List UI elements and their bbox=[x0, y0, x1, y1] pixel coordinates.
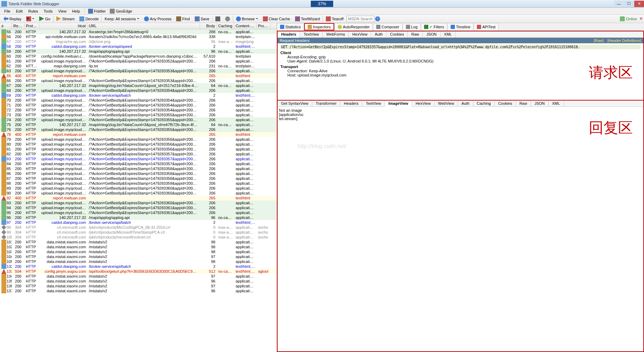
col-protocol[interactable]: Protocol bbox=[24, 23, 40, 29]
rsp-tab-headers[interactable]: Headers bbox=[341, 101, 363, 107]
session-row[interactable]: 133504HTTPconfig.pinyin.sogou.com/api/to… bbox=[0, 269, 277, 274]
any-process-button[interactable]: Any Process bbox=[142, 16, 174, 22]
window-max-button[interactable]: ☐ bbox=[624, 1, 634, 7]
rsp-tab-json[interactable]: JSON bbox=[531, 101, 549, 107]
tab-apitest[interactable]: APITest bbox=[474, 23, 499, 30]
timer-button[interactable] bbox=[223, 16, 232, 22]
session-row[interactable]: 78400HTTPreport.meituan.com265text/html bbox=[0, 132, 277, 137]
session-row[interactable]: 69200HTTPcatdot.dianping.com/broker-serv… bbox=[0, 93, 277, 98]
session-row[interactable]: 82200HTTPupload.image.myqcloud.com/?Acti… bbox=[0, 152, 277, 156]
session-row[interactable]: 70200HTTPupload.image.myqcloud.com/?Acti… bbox=[0, 98, 277, 103]
session-row[interactable]: 72200HTTPupload.image.myqcloud.com/?Acti… bbox=[0, 108, 277, 112]
session-row[interactable]: 89200HTTPupload.image.myqcloud.com/?Acti… bbox=[0, 186, 277, 191]
stream-button[interactable]: Stream bbox=[54, 16, 77, 22]
session-row[interactable]: 101200HTTPdata.mistat.xiaomi.com/mistats… bbox=[0, 240, 277, 244]
clear-cache-button[interactable]: Clear Cache bbox=[261, 16, 292, 22]
menu-geoedge[interactable]: GeoEdge bbox=[108, 8, 134, 14]
session-row[interactable]: 68200HTTPupload.image.myqcloud.com/?Acti… bbox=[0, 88, 277, 93]
raw-link[interactable]: [Raw] bbox=[594, 38, 603, 43]
textwizard-button[interactable]: TextWizard bbox=[293, 16, 322, 22]
tab-autoresponder[interactable]: AutoResponder bbox=[335, 23, 373, 30]
session-row[interactable]: 85200HTTPupload.image.myqcloud.com/?Acti… bbox=[0, 166, 277, 171]
tearoff-button[interactable]: Tearoff bbox=[324, 16, 345, 22]
req-tab-json[interactable]: JSON bbox=[423, 31, 440, 37]
session-row[interactable]: 81200HTTPupload.image.myqcloud.com/?Acti… bbox=[0, 147, 277, 152]
tab-filters[interactable]: ✓Filters bbox=[421, 23, 447, 30]
session-row[interactable]: 137200HTTPdata.mistat.xiaomi.com/mistats… bbox=[0, 288, 277, 293]
menu-rules[interactable]: Rules bbox=[26, 8, 41, 14]
req-tab-headers[interactable]: Headers bbox=[278, 31, 300, 38]
session-row[interactable]: 83200HTTPupload.image.myqcloud.com/?Acti… bbox=[0, 156, 277, 161]
session-row[interactable]: 134200HTTPdata.mistat.xiaomi.com/mistats… bbox=[0, 274, 277, 279]
session-row[interactable]: 88200HTTPupload.image.myqcloud.com/?Acti… bbox=[0, 181, 277, 186]
session-row[interactable]: 66200HTTPupload.image.myqcloud.com/?Acti… bbox=[0, 78, 277, 83]
session-row[interactable]: 103200HTTPdata.mistat.xiaomi.com/mistats… bbox=[0, 249, 277, 254]
session-row[interactable]: 86200HTTPupload.image.myqcloud.com/?Acti… bbox=[0, 171, 277, 176]
col-url[interactable]: URL bbox=[87, 23, 200, 29]
menu-tools[interactable]: Tools bbox=[41, 8, 56, 14]
client-header[interactable]: User-Agent: Dalvik/2.1.0 (Linux; U; Andr… bbox=[287, 59, 641, 63]
session-row[interactable]: 80200HTTPupload.image.myqcloud.com/?Acti… bbox=[0, 142, 277, 147]
tab-log[interactable]: Log bbox=[403, 23, 421, 30]
online-indicator[interactable]: Online bbox=[620, 16, 637, 21]
col-host[interactable]: Host bbox=[40, 23, 87, 29]
session-row[interactable]: 95200HTTPupload.image.myqcloud.com/?Acti… bbox=[0, 210, 277, 215]
tab-inspectors[interactable]: Inspectors bbox=[304, 23, 334, 30]
req-tab-webforms[interactable]: WebForms bbox=[323, 31, 349, 37]
msdn-search-input[interactable] bbox=[346, 16, 374, 22]
save-button[interactable]: Save bbox=[193, 16, 212, 22]
tab-statistics[interactable]: Statistics bbox=[277, 23, 304, 30]
client-header[interactable]: Accept-Encoding: gzip bbox=[287, 55, 641, 59]
session-row[interactable]: 58200HTTPcatdot.dianping.com/broker-serv… bbox=[0, 44, 277, 49]
menu-view[interactable]: View bbox=[56, 8, 70, 14]
session-row[interactable]: 132200HTTPcatdot.dianping.com/broker-ser… bbox=[0, 264, 277, 269]
rsp-tab-webview[interactable]: WebView bbox=[435, 101, 458, 107]
rsp-tab-cookies[interactable]: Cookies bbox=[495, 101, 516, 107]
replay-button[interactable]: Replay bbox=[1, 16, 23, 22]
rsp-tab-get-syntaxview[interactable]: Get SyntaxView bbox=[278, 101, 312, 107]
tab-timeline[interactable]: Timeline bbox=[448, 23, 473, 30]
col-num[interactable]: # bbox=[0, 23, 12, 29]
req-tab-hexview[interactable]: HexView bbox=[349, 31, 371, 37]
tab-composer[interactable]: Composer bbox=[373, 23, 402, 30]
session-row[interactable]: 71200HTTPupload.image.myqcloud.com/?Acti… bbox=[0, 103, 277, 108]
session-row[interactable]: 94200HTTPupload.image.myqcloud.com/?Acti… bbox=[0, 205, 277, 210]
col-content-type[interactable]: Content-Type bbox=[234, 23, 257, 29]
session-row[interactable]: 104200HTTPdata.mistat.xiaomi.com/mistats… bbox=[0, 254, 277, 259]
rsp-tab-xml[interactable]: XML bbox=[549, 101, 564, 107]
req-tab-xml[interactable]: XML bbox=[441, 31, 456, 37]
rsp-tab-hexview[interactable]: HexView bbox=[412, 101, 435, 107]
rsp-tab-auth[interactable]: Auth bbox=[458, 101, 473, 107]
session-row[interactable]: 87200HTTPupload.image.myqcloud.com/?Acti… bbox=[0, 176, 277, 181]
session-row[interactable]: 56200HTTPapi.mobile.meituan.com/locate/v… bbox=[0, 34, 277, 39]
header-definitions-link[interactable]: [Header Definitions] bbox=[607, 38, 641, 43]
session-row[interactable]: 102200HTTPdata.mistat.xiaomi.com/mistats… bbox=[0, 244, 277, 249]
req-tab-auth[interactable]: Auth bbox=[371, 31, 387, 37]
session-row[interactable]: 65400HTTPreport.meituan.com265text/html bbox=[0, 73, 277, 78]
rsp-tab-textview[interactable]: TextView bbox=[362, 101, 385, 107]
screenshot-button[interactable] bbox=[213, 16, 222, 22]
session-row[interactable]: 61200HTTPupload.image.myqcloud.com/?Acti… bbox=[0, 59, 277, 64]
session-row[interactable]: 55200HTTP140.207.217.32/locate/rgc.bin?i… bbox=[0, 29, 277, 34]
session-row[interactable]: 98304HTTPcrl.microsoft.com/pki/crl/produ… bbox=[0, 225, 277, 230]
col-process[interactable]: Proce: bbox=[257, 23, 271, 29]
session-row[interactable]: 93200HTTPupload.image.myqcloud.com/?Acti… bbox=[0, 200, 277, 205]
req-tab-raw[interactable]: Raw bbox=[408, 31, 423, 37]
session-row[interactable]: 59200HTTP140.207.217.32/mapi/applog/appl… bbox=[0, 49, 277, 54]
session-row[interactable]: 76200HTTPupload.image.myqcloud.com/?Acti… bbox=[0, 127, 277, 132]
col-caching[interactable]: Caching bbox=[217, 23, 234, 29]
rsp-tab-caching[interactable]: Caching bbox=[473, 101, 495, 107]
session-row[interactable]: 90200HTTPupload.image.myqcloud.com/?Acti… bbox=[0, 191, 277, 196]
toolbar-close-button[interactable]: ✕ bbox=[639, 16, 643, 21]
session-row[interactable]: 75200HTTP140.207.217.32/mapi/mlog/zlog.b… bbox=[0, 122, 277, 127]
session-row[interactable]: 92400HTTPreport.meituan.com265text/html bbox=[0, 196, 277, 200]
session-row[interactable]: 97200HTTPcatdot.dianping.com/broker-serv… bbox=[0, 220, 277, 225]
remove-button[interactable]: ✕ bbox=[24, 16, 36, 22]
session-row[interactable]: 136200HTTPdata.mistat.xiaomi.com/mistats… bbox=[0, 284, 277, 288]
decode-button[interactable]: Decode bbox=[77, 16, 101, 22]
browse-button[interactable]: Browse bbox=[234, 16, 260, 22]
session-row[interactable]: 62200HTTPSmapi.dianping.com/ip.txt231no-… bbox=[0, 64, 277, 68]
transport-header[interactable]: Host: upload.image.myqcloud.com bbox=[287, 73, 641, 77]
session-row[interactable]: 67200HTTP140.207.217.32/mapi/mlog/zlog.b… bbox=[0, 83, 277, 88]
session-row[interactable]: 100304HTTPcrl.microsoft.com/pki/crl/prod… bbox=[0, 235, 277, 240]
